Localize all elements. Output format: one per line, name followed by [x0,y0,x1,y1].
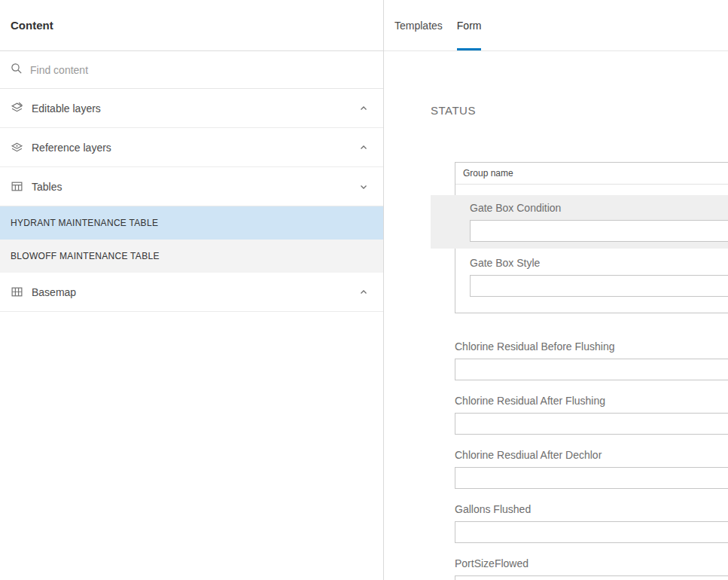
search-bar [0,51,383,89]
field-label: Chlorine Resdiual After Dechlor [455,449,728,462]
form-content: STATUS Group name Gate Box Condition Gat… [384,51,728,580]
tab-templates[interactable]: Templates [394,0,443,50]
app-window: Content Editable layers [0,0,728,580]
basemap-icon [11,285,23,298]
form-heading: STATUS [431,104,728,117]
list-item-hydrant-maintenance-table[interactable]: HYDRANT MAINTENANCE TABLE [0,206,383,240]
tables-icon [11,180,23,193]
form-field-portsizeflowed[interactable]: PortSizeFlowed [455,557,728,580]
field-label: Chlorine Residual Before Flushing [455,340,728,353]
page-title: Content [11,19,53,32]
group-body: Gate Box Condition Gate Box Style [455,195,728,313]
field-label: Chlorine Residual After Flushing [455,395,728,408]
group-header[interactable]: Group name [455,163,728,185]
gallons-flushed-input[interactable] [455,521,728,543]
gate-box-condition-input[interactable] [470,220,728,242]
sidebar-header: Content [0,0,383,51]
search-icon [11,63,23,78]
tab-label: Templates [394,20,443,32]
table-row-label: HYDRANT MAINTENANCE TABLE [11,218,158,228]
form-field-gate-box-condition[interactable]: Gate Box Condition [431,195,728,249]
sidebar-item-basemap[interactable]: Basemap [0,273,383,312]
sidebar-item-label: Editable layers [32,102,359,114]
form-field-chlorine-residual-after-flushing[interactable]: Chlorine Residual After Flushing [455,395,728,435]
sidebar-item-editable-layers[interactable]: Editable layers [0,89,383,128]
sidebar-item-label: Basemap [32,286,359,298]
editable-layers-icon [11,102,23,114]
form-group[interactable]: Group name Gate Box Condition Gate Box S… [455,162,728,313]
chlorine-resdiual-after-dechlor-input[interactable] [455,467,728,489]
group-name-label: Group name [463,168,513,179]
content-sidebar: Content Editable layers [0,0,384,580]
list-item-blowoff-maintenance-table[interactable]: BLOWOFF MAINTENANCE TABLE [0,240,383,273]
form-fields: Chlorine Residual Before Flushing Chlori… [455,340,728,580]
field-label: Gate Box Style [470,257,728,270]
chevron-down-icon[interactable] [359,182,368,191]
chlorine-residual-after-flushing-input[interactable] [455,413,728,435]
sidebar-item-tables[interactable]: Tables [0,167,383,206]
reference-layers-icon [11,141,23,154]
sidebar-item-label: Reference layers [32,142,359,154]
chevron-up-icon[interactable] [359,143,368,152]
chlorine-residual-before-flushing-input[interactable] [455,359,728,380]
form-field-gate-box-style[interactable]: Gate Box Style [470,257,728,297]
form-field-gallons-flushed[interactable]: Gallons Flushed [455,503,728,543]
form-field-chlorine-residual-before-flushing[interactable]: Chlorine Residual Before Flushing [455,340,728,380]
chevron-up-icon[interactable] [359,104,368,113]
gate-box-style-input[interactable] [470,275,728,297]
sidebar-item-label: Tables [32,181,359,193]
form-canvas: Group name Gate Box Condition Gate Box S… [455,162,728,580]
tab-bar: Templates Form [384,0,728,51]
tab-label: Form [457,20,482,32]
search-input[interactable] [30,64,373,76]
portsizeflowed-input[interactable] [455,575,728,580]
field-label: PortSizeFlowed [455,557,728,570]
chevron-up-icon[interactable] [359,288,368,297]
form-designer-panel: Templates Form STATUS Group name Gate Bo… [384,0,728,580]
field-label: Gate Box Condition [470,202,728,215]
form-field-chlorine-resdiual-after-dechlor[interactable]: Chlorine Resdiual After Dechlor [455,449,728,489]
tab-form[interactable]: Form [457,0,482,50]
sidebar-item-reference-layers[interactable]: Reference layers [0,128,383,167]
field-label: Gallons Flushed [455,503,728,516]
table-row-label: BLOWOFF MAINTENANCE TABLE [11,251,160,261]
